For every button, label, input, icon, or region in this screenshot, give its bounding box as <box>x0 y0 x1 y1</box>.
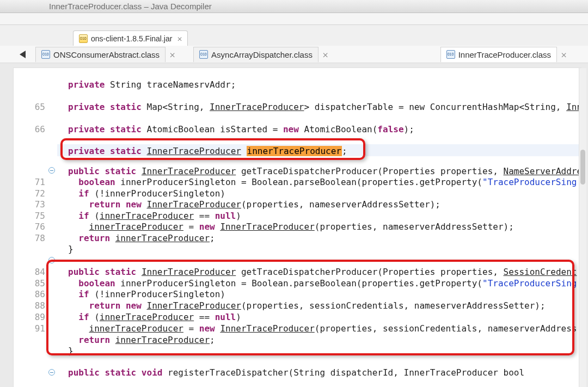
jar-icon <box>79 34 88 43</box>
fold-icon[interactable] <box>48 167 55 174</box>
code-view[interactable]: private String traceNamesrvAddr; private… <box>57 68 581 387</box>
window-titlebar: InnerTraceProducer.class – Java Decompil… <box>0 0 588 13</box>
line-number: 73 <box>30 199 45 210</box>
jar-tab-row: ons-client-1.8.5.Final.jar ⨉ <box>0 25 588 46</box>
class-icon <box>199 50 208 59</box>
code-line: } <box>68 346 581 356</box>
close-icon[interactable]: ⨉ <box>177 34 182 43</box>
tab-onsconsumer[interactable]: ONSConsumerAbstract.class <box>35 47 166 62</box>
scrollbar-thumb[interactable] <box>580 150 585 185</box>
line-number: 76 <box>30 222 45 232</box>
jar-tab[interactable]: ons-client-1.8.5.Final.jar ⨉ <box>73 30 188 46</box>
code-line: boolean innerProducerSingleton = Boolean… <box>68 278 581 288</box>
fold-icon[interactable] <box>48 369 55 376</box>
line-number: 75 <box>30 211 45 221</box>
code-line: private static InnerTraceProducer innerT… <box>68 146 581 156</box>
tab-label: InnerTraceProducer.class <box>458 50 551 59</box>
code-line: if (!innerProducerSingleton) <box>68 188 581 199</box>
line-number: 65 <box>30 102 45 112</box>
code-line: if (innerTraceProducer == null) <box>68 312 581 322</box>
code-line: private static Map<String, InnerTracePro… <box>68 102 581 112</box>
line-number: 71 <box>30 177 45 187</box>
code-line: if (innerTraceProducer == null) <box>68 211 581 221</box>
vertical-scrollbar[interactable] <box>579 68 586 387</box>
code-line: } <box>68 244 581 254</box>
line-number: 78 <box>30 233 45 243</box>
fold-icon[interactable] <box>48 257 55 263</box>
window-title: InnerTraceProducer.class – Java Decompil… <box>49 2 212 11</box>
line-number: 91 <box>30 323 45 334</box>
code-line: public static InnerTraceProducer getTrac… <box>68 267 581 277</box>
line-number: 85 <box>30 278 45 288</box>
code-line: if (!innerProducerSingleton) <box>68 289 581 299</box>
code-line: return innerTraceProducer; <box>68 233 581 243</box>
tab-label: ONSConsumerAbstract.class <box>53 50 160 59</box>
line-number: 66 <box>30 124 45 134</box>
back-icon[interactable] <box>20 51 26 58</box>
code-line: public static InnerTraceProducer getTrac… <box>68 166 581 176</box>
code-line: public static void registerTraceDispatch… <box>68 367 581 378</box>
line-number: 88 <box>30 300 45 311</box>
code-line: private static AtomicBoolean isStarted =… <box>68 124 581 134</box>
code-line: innerTraceProducer = new InnerTraceProdu… <box>68 323 581 334</box>
jar-tab-label: ons-client-1.8.5.Final.jar <box>91 34 172 43</box>
code-line: boolean innerProducerSingleton = Boolean… <box>68 177 581 187</box>
class-icon <box>41 50 50 59</box>
class-icon <box>446 50 455 59</box>
code-line: return new InnerTraceProducer(properties… <box>68 300 581 311</box>
line-number: 89 <box>30 312 45 322</box>
tab-label: AsyncArrayDispatcher.class <box>211 50 313 59</box>
close-icon[interactable]: ⨉ <box>166 50 179 59</box>
code-line: innerTraceProducer = new InnerTraceProdu… <box>68 222 581 232</box>
code-line: private String traceNamesrvAddr; <box>68 79 581 90</box>
code-line: return new InnerTraceProducer(properties… <box>68 199 581 210</box>
editor-tabs: ONSConsumerAbstract.class ⨉ AsyncArrayDi… <box>0 46 588 63</box>
code-line: return innerTraceProducer; <box>68 335 581 345</box>
tab-asyncarray[interactable]: AsyncArrayDispatcher.class <box>193 47 318 62</box>
gutter: 6566717273757678848586888991 <box>14 68 57 387</box>
close-icon[interactable]: ⨉ <box>318 50 332 59</box>
editor: 6566717273757678848586888991 private Str… <box>13 67 581 387</box>
line-number: 86 <box>30 289 45 299</box>
line-number: 72 <box>30 188 45 199</box>
close-icon[interactable]: ⨉ <box>557 50 571 59</box>
toolbar <box>0 13 588 25</box>
tab-innertrace[interactable]: InnerTraceProducer.class <box>440 47 557 62</box>
line-number: 84 <box>30 267 45 277</box>
